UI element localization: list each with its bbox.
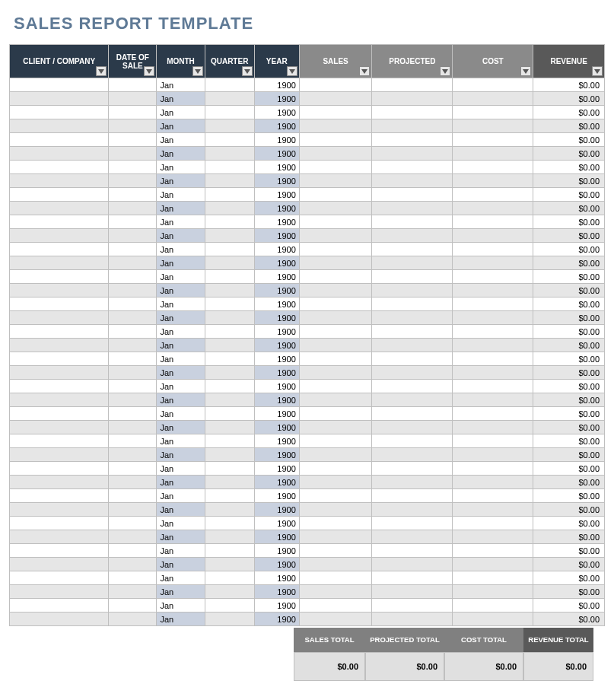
cell-client[interactable] — [10, 215, 109, 229]
cell-client[interactable] — [10, 133, 109, 147]
cell-projected[interactable] — [372, 147, 453, 161]
cell-client[interactable] — [10, 585, 109, 599]
cell-quarter[interactable] — [205, 284, 254, 298]
filter-date-button[interactable] — [144, 66, 154, 76]
cell-client[interactable] — [10, 517, 109, 530]
cell-revenue[interactable]: $0.00 — [533, 161, 605, 174]
cell-year[interactable]: 1900 — [254, 530, 299, 544]
cell-projected[interactable] — [372, 174, 453, 188]
cell-projected[interactable] — [372, 311, 453, 325]
cell-quarter[interactable] — [205, 243, 254, 256]
cell-client[interactable] — [10, 243, 109, 256]
cell-sales[interactable] — [299, 311, 372, 325]
cell-projected[interactable] — [372, 78, 453, 92]
cell-projected[interactable] — [372, 585, 453, 599]
cell-date[interactable] — [109, 612, 157, 626]
cell-sales[interactable] — [299, 366, 372, 380]
cell-sales[interactable] — [299, 229, 372, 243]
cell-date[interactable] — [109, 476, 157, 489]
cell-month[interactable]: Jan — [157, 339, 205, 352]
cell-month[interactable]: Jan — [157, 434, 205, 448]
cell-revenue[interactable]: $0.00 — [533, 243, 605, 256]
cell-revenue[interactable]: $0.00 — [533, 544, 605, 558]
cell-quarter[interactable] — [205, 530, 254, 544]
cell-date[interactable] — [109, 256, 157, 270]
cell-projected[interactable] — [372, 270, 453, 284]
cell-revenue[interactable]: $0.00 — [533, 530, 605, 544]
cell-projected[interactable] — [372, 119, 453, 133]
cell-date[interactable] — [109, 298, 157, 311]
cell-quarter[interactable] — [205, 106, 254, 119]
cell-revenue[interactable]: $0.00 — [533, 448, 605, 462]
cell-quarter[interactable] — [205, 311, 254, 325]
cell-client[interactable] — [10, 161, 109, 174]
cell-month[interactable]: Jan — [157, 558, 205, 571]
cell-quarter[interactable] — [205, 366, 254, 380]
cell-cost[interactable] — [453, 599, 533, 612]
cell-month[interactable]: Jan — [157, 571, 205, 585]
cell-year[interactable]: 1900 — [254, 270, 299, 284]
cell-cost[interactable] — [453, 448, 533, 462]
cell-cost[interactable] — [453, 133, 533, 147]
cell-quarter[interactable] — [205, 174, 254, 188]
cell-month[interactable]: Jan — [157, 476, 205, 489]
cell-projected[interactable] — [372, 298, 453, 311]
cell-date[interactable] — [109, 325, 157, 339]
cell-year[interactable]: 1900 — [254, 599, 299, 612]
cell-projected[interactable] — [372, 612, 453, 626]
cell-year[interactable]: 1900 — [254, 558, 299, 571]
cell-client[interactable] — [10, 119, 109, 133]
cell-quarter[interactable] — [205, 544, 254, 558]
cell-projected[interactable] — [372, 517, 453, 530]
cell-client[interactable] — [10, 174, 109, 188]
cell-sales[interactable] — [299, 270, 372, 284]
cell-client[interactable] — [10, 92, 109, 106]
cell-cost[interactable] — [453, 339, 533, 352]
cell-revenue[interactable]: $0.00 — [533, 202, 605, 215]
cell-month[interactable]: Jan — [157, 106, 205, 119]
cell-revenue[interactable]: $0.00 — [533, 229, 605, 243]
cell-quarter[interactable] — [205, 339, 254, 352]
cell-quarter[interactable] — [205, 612, 254, 626]
cell-sales[interactable] — [299, 476, 372, 489]
cell-date[interactable] — [109, 599, 157, 612]
cell-cost[interactable] — [453, 366, 533, 380]
cell-quarter[interactable] — [205, 448, 254, 462]
cell-year[interactable]: 1900 — [254, 311, 299, 325]
cell-quarter[interactable] — [205, 489, 254, 503]
cell-month[interactable]: Jan — [157, 366, 205, 380]
cell-sales[interactable] — [299, 448, 372, 462]
cell-year[interactable]: 1900 — [254, 229, 299, 243]
cell-client[interactable] — [10, 544, 109, 558]
cell-projected[interactable] — [372, 407, 453, 421]
cell-revenue[interactable]: $0.00 — [533, 284, 605, 298]
cell-date[interactable] — [109, 352, 157, 366]
cell-year[interactable]: 1900 — [254, 380, 299, 393]
cell-sales[interactable] — [299, 161, 372, 174]
cell-projected[interactable] — [372, 599, 453, 612]
cell-revenue[interactable]: $0.00 — [533, 421, 605, 434]
cell-month[interactable]: Jan — [157, 243, 205, 256]
cell-revenue[interactable]: $0.00 — [533, 215, 605, 229]
cell-projected[interactable] — [372, 421, 453, 434]
cell-date[interactable] — [109, 421, 157, 434]
cell-month[interactable]: Jan — [157, 393, 205, 407]
cell-sales[interactable] — [299, 503, 372, 517]
cell-year[interactable]: 1900 — [254, 448, 299, 462]
cell-quarter[interactable] — [205, 517, 254, 530]
cell-date[interactable] — [109, 119, 157, 133]
cell-month[interactable]: Jan — [157, 462, 205, 476]
cell-revenue[interactable]: $0.00 — [533, 92, 605, 106]
cell-cost[interactable] — [453, 476, 533, 489]
cell-revenue[interactable]: $0.00 — [533, 174, 605, 188]
cell-year[interactable]: 1900 — [254, 612, 299, 626]
cell-revenue[interactable]: $0.00 — [533, 599, 605, 612]
cell-projected[interactable] — [372, 462, 453, 476]
cell-revenue[interactable]: $0.00 — [533, 352, 605, 366]
cell-year[interactable]: 1900 — [254, 106, 299, 119]
cell-quarter[interactable] — [205, 393, 254, 407]
filter-year-button[interactable] — [287, 66, 297, 76]
cell-cost[interactable] — [453, 558, 533, 571]
cell-sales[interactable] — [299, 147, 372, 161]
cell-client[interactable] — [10, 380, 109, 393]
